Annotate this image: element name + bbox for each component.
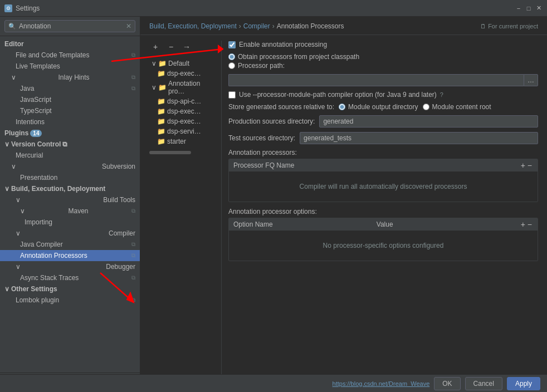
breadcrumb-current: Annotation Processors: [277, 22, 344, 30]
obtain-processors-label: Obtain processors from project classpath: [238, 53, 359, 61]
maximize-button[interactable]: □: [525, 4, 533, 12]
breadcrumb-build[interactable]: Build, Execution, Deployment: [149, 22, 237, 30]
sidebar-item-typescript[interactable]: TypeScript: [0, 105, 140, 116]
options-remove-button[interactable]: −: [526, 220, 533, 229]
sidebar-item-file-code-templates[interactable]: File and Code Templates ⧉: [0, 50, 140, 61]
tree-item-dsp-api[interactable]: 📁 dsp-api-c…: [149, 96, 219, 106]
plugins-section: Plugins 14: [0, 128, 140, 139]
tree-item-dsp-exec1[interactable]: 📁 dsp-exec…: [149, 68, 219, 79]
use-processor-module-checkbox[interactable]: [228, 91, 236, 99]
sidebar-item-javascript[interactable]: JavaScript: [0, 94, 140, 105]
window-title: Settings: [16, 4, 40, 12]
cancel-button[interactable]: Cancel: [465, 377, 502, 390]
annotation-options-section-label: Annotation processor options:: [228, 208, 538, 215]
tree-scrollbar[interactable]: [149, 151, 191, 154]
annotation-processors-add-button[interactable]: +: [520, 161, 526, 170]
sidebar-item-importing[interactable]: Importing: [0, 217, 140, 228]
obtain-processors-radio[interactable]: [228, 53, 235, 60]
sidebar-item-async-stack-traces[interactable]: Async Stack Traces ⧉: [0, 272, 140, 283]
app-icon: ⚙: [4, 4, 12, 12]
copy-icon-jc: ⧉: [131, 241, 135, 248]
plugins-badge: 14: [30, 130, 42, 137]
copy-icon-lombok: ⧉: [131, 297, 135, 303]
help-icon-processor: ?: [440, 91, 443, 98]
obtain-processors-option[interactable]: Obtain processors from project classpath: [228, 53, 359, 61]
enable-annotation-checkbox[interactable]: [228, 41, 236, 48]
store-generated-row: Store generated sources relative to: Mod…: [228, 103, 538, 111]
sidebar-item-inlay-hints[interactable]: ∨ Inlay Hints ⧉: [0, 72, 140, 83]
search-bar: 🔍 ✕: [0, 17, 140, 36]
sidebar-item-intentions[interactable]: Intentions: [0, 116, 140, 128]
copy-icon-java: ⧉: [131, 85, 135, 92]
copy-icon-ap: ⧉: [131, 252, 135, 259]
test-sources-row: Test sources directory:: [228, 132, 538, 144]
apply-button[interactable]: Apply: [507, 377, 540, 390]
test-sources-input[interactable]: [300, 132, 538, 144]
options-add-button[interactable]: +: [520, 220, 526, 229]
sidebar-item-java[interactable]: Java ⧉: [0, 83, 140, 94]
production-sources-row: Production sources directory:: [228, 115, 538, 128]
sidebar-item-subversion[interactable]: ∨ Subversion: [0, 161, 140, 172]
tree-item-dsp-exec2[interactable]: 📁 dsp-exec…: [149, 106, 219, 116]
module-output-label: Module output directory: [348, 103, 418, 111]
store-generated-label: Store generated sources relative to:: [228, 103, 334, 111]
sidebar-item-presentation[interactable]: Presentation: [0, 172, 140, 183]
sidebar-item-compiler[interactable]: ∨ Compiler: [0, 228, 140, 239]
ok-button[interactable]: OK: [434, 377, 460, 390]
other-settings-section[interactable]: ∨ Other Settings: [0, 283, 140, 295]
version-control-section[interactable]: ∨ Version Control ⧉: [0, 139, 140, 150]
module-content-root-option[interactable]: Module content root: [423, 103, 491, 111]
sidebar-item-java-compiler[interactable]: Java Compiler ⧉: [0, 239, 140, 250]
content-body: + − → ∨ 📁 Default 📁 dsp-exec… ∨ 📁 Annota…: [140, 35, 547, 392]
processor-path-label: Processor path:: [238, 62, 285, 70]
url-link[interactable]: https://blog.csdn.net/Dream_Weave: [333, 380, 430, 387]
annotation-options-table-wrapper: Option Name Value + − No processor-speci…: [228, 218, 538, 261]
sidebar-item-mercurial[interactable]: Mercurial: [0, 150, 140, 161]
settings-pane: Enable annotation processing Obtain proc…: [222, 41, 538, 386]
module-output-option[interactable]: Module output directory: [339, 103, 418, 111]
search-clear-button[interactable]: ✕: [126, 22, 131, 30]
sidebar-item-lombok[interactable]: Lombok plugin ⧉: [0, 295, 140, 306]
tree-item-dsp-serv[interactable]: 📁 dsp-servi…: [149, 126, 219, 136]
tree-add-button[interactable]: +: [149, 41, 162, 53]
use-processor-module-row: Use --processor-module-path compiler opt…: [228, 91, 538, 99]
processor-path-radio[interactable]: [228, 62, 235, 69]
processor-source-group: Obtain processors from project classpath: [228, 53, 538, 61]
minimize-button[interactable]: −: [515, 4, 522, 12]
module-content-root-radio[interactable]: [423, 104, 429, 110]
editor-section: Editor: [0, 38, 140, 50]
copy-icon-maven: ⧉: [131, 208, 135, 214]
sidebar-item-live-templates[interactable]: Live Templates: [0, 61, 140, 72]
tree-navigate-button[interactable]: →: [180, 41, 193, 53]
tree-remove-button[interactable]: −: [165, 41, 177, 53]
search-icon: 🔍: [8, 23, 16, 30]
copy-icon-ast: ⧉: [131, 275, 135, 281]
tree-item-annotation-proc[interactable]: ∨ 📁 Annotation pro…: [149, 79, 219, 96]
tree-toolbar: + − →: [149, 41, 219, 53]
breadcrumb-compiler[interactable]: Compiler: [243, 22, 270, 30]
processor-path-input[interactable]: [228, 74, 524, 86]
annotation-processors-remove-button[interactable]: −: [526, 161, 533, 170]
sidebar-item-annotation-processors[interactable]: Annotation Processors ⧉: [0, 250, 140, 261]
close-button[interactable]: ✕: [535, 4, 543, 12]
content-area: Build, Execution, Deployment › Compiler …: [140, 17, 547, 392]
processor-path-group: Processor path:: [228, 62, 538, 70]
sidebar-item-debugger[interactable]: ∨ Debugger: [0, 261, 140, 272]
tree-item-default[interactable]: ∨ 📁 Default: [149, 58, 219, 68]
annotation-options-empty-msg: No processor-specific options configured: [229, 231, 538, 261]
module-output-radio[interactable]: [339, 104, 345, 110]
sidebar-item-maven[interactable]: ∨ Maven ⧉: [0, 205, 140, 217]
processor-path-option[interactable]: Processor path:: [228, 62, 285, 70]
build-section[interactable]: ∨ Build, Execution, Deployment: [0, 183, 140, 194]
option-name-column: Option Name: [233, 220, 377, 228]
copy-icon-vc: ⧉: [62, 140, 67, 148]
sidebar-item-build-tools[interactable]: ∨ Build Tools: [0, 194, 140, 205]
processor-path-folder-button[interactable]: …: [524, 74, 538, 86]
tree-item-starter[interactable]: 📁 starter: [149, 136, 219, 146]
production-sources-input[interactable]: [319, 115, 538, 128]
annotation-options-table-header: Option Name Value + −: [229, 218, 538, 231]
search-input[interactable]: [19, 22, 123, 30]
breadcrumb: Build, Execution, Deployment › Compiler …: [149, 22, 344, 30]
current-project-label: 🗒 For current project: [480, 23, 538, 30]
tree-item-dsp-exec3[interactable]: 📁 dsp-exec…: [149, 116, 219, 126]
